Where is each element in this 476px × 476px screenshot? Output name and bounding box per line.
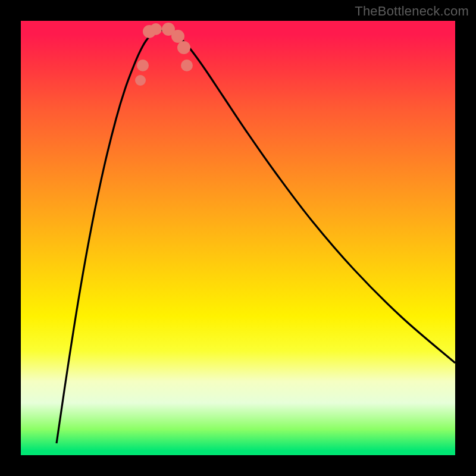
data-marker (171, 30, 184, 43)
chart-frame: TheBottleneck.com (0, 0, 476, 476)
bottleneck-curve (57, 30, 455, 443)
data-marker (135, 75, 146, 86)
data-marker (181, 60, 193, 71)
chart-svg (21, 21, 455, 455)
data-marker (177, 41, 190, 54)
data-markers (135, 23, 193, 86)
data-marker (150, 23, 162, 35)
plot-area (21, 21, 455, 455)
watermark-text: TheBottleneck.com (355, 4, 469, 19)
data-marker (137, 60, 149, 71)
